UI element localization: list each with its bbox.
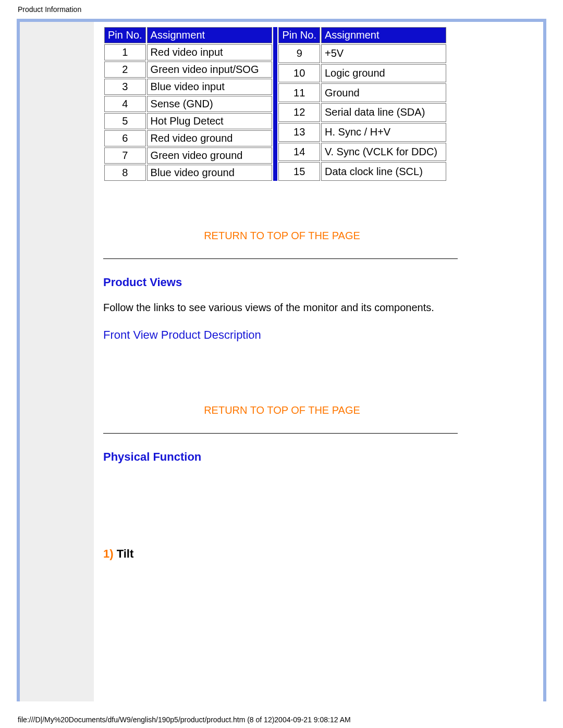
- table-row: 15Data clock line (SCL): [278, 162, 446, 181]
- main-content: Pin No. Assignment 1Red video input 2Gre…: [94, 22, 540, 561]
- table-row: 6Red video ground: [104, 130, 272, 146]
- table-row: 11Ground: [278, 83, 446, 102]
- assign-header: Assignment: [321, 27, 446, 43]
- pin-table-left: Pin No. Assignment 1Red video input 2Gre…: [103, 26, 273, 182]
- pin-header: Pin No.: [104, 27, 146, 43]
- tilt-label: Tilt: [114, 547, 134, 560]
- left-sidebar: [20, 22, 94, 701]
- product-views-heading: Product Views: [103, 276, 461, 289]
- table-row: 8Blue video ground: [104, 165, 272, 181]
- table-row: 14V. Sync (VCLK for DDC): [278, 143, 446, 162]
- divider: [103, 433, 458, 434]
- divider: [103, 258, 458, 259]
- tilt-number: 1): [103, 547, 114, 560]
- physical-function-heading: Physical Function: [103, 450, 461, 464]
- table-row: 10Logic ground: [278, 64, 446, 83]
- pin-assignment-table: Pin No. Assignment 1Red video input 2Gre…: [103, 26, 447, 182]
- table-row: 4Sense (GND): [104, 96, 272, 112]
- table-row: 2Green video input/SOG: [104, 61, 272, 78]
- return-to-top-link[interactable]: RETURN TO TOP OF THE PAGE: [110, 404, 454, 416]
- pin-table-divider: [273, 27, 278, 181]
- return-to-top-link[interactable]: RETURN TO TOP OF THE PAGE: [110, 230, 454, 242]
- assign-header: Assignment: [147, 27, 272, 43]
- table-row: 3Blue video input: [104, 79, 272, 95]
- product-views-body: Follow the links to see various views of…: [103, 302, 461, 314]
- pin-header: Pin No.: [278, 27, 320, 43]
- page-header: Product Information: [0, 0, 563, 15]
- pin-table-right: Pin No. Assignment 9+5V 10Logic ground 1…: [277, 26, 447, 182]
- tilt-heading: 1) Tilt: [103, 547, 461, 561]
- table-row: 12Serial data line (SDA): [278, 103, 446, 122]
- table-row: 9+5V: [278, 44, 446, 63]
- document-frame: Pin No. Assignment 1Red video input 2Gre…: [17, 19, 546, 701]
- table-row: 1Red video input: [104, 44, 272, 60]
- table-row: 5Hot Plug Detect: [104, 113, 272, 129]
- table-row: 7Green video ground: [104, 147, 272, 164]
- front-view-link[interactable]: Front View Product Description: [103, 328, 461, 342]
- table-row: 13H. Sync / H+V: [278, 123, 446, 142]
- page-footer-path: file:///D|/My%20Documents/dfu/W9/english…: [18, 715, 351, 724]
